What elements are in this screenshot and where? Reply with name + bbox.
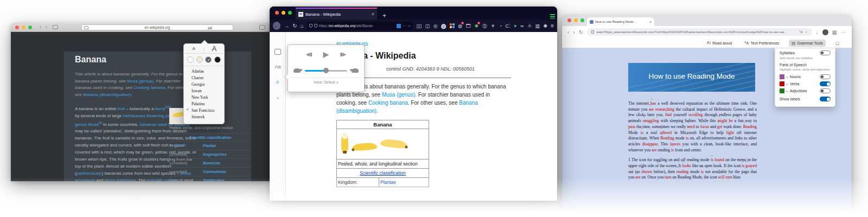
inline-link[interactable]: Cooking banana	[133, 85, 165, 90]
skip-forward-button[interactable]: ▮▶	[340, 52, 346, 57]
address-bar[interactable]: read://https_www.twelvemilliseconds.com/…	[587, 28, 812, 36]
text-preferences-button[interactable]: ᴬAText Preferences	[742, 40, 782, 47]
close-tab-icon[interactable]: ×	[649, 20, 652, 24]
type-controls-icon[interactable]: Aa	[273, 62, 282, 71]
increase-font-button[interactable]: A	[205, 44, 225, 53]
inline-link[interactable]: parthenocarp	[76, 171, 102, 176]
turtle-slow-icon[interactable]	[293, 68, 301, 73]
grammar-tools-button[interactable]: ▤Grammar Tools	[789, 40, 826, 47]
nouns-toggle[interactable]	[820, 74, 831, 79]
back-button[interactable]: ←	[273, 22, 280, 30]
person-icon[interactable]: ≗	[528, 23, 532, 29]
font-menu-item[interactable]: Iowan	[184, 87, 224, 94]
font-menu-item[interactable]: Palatino	[184, 100, 224, 107]
inline-link[interactable]: Banana (disambiguation)	[83, 92, 131, 97]
reference-link[interactable]: [3]	[99, 121, 102, 124]
reading-preferences-button[interactable]: ▢	[833, 40, 842, 47]
chevron-down-icon[interactable]: ∨	[786, 90, 788, 93]
bookmark-star-icon[interactable]: ☆	[805, 30, 807, 34]
adjectives-toggle[interactable]	[820, 88, 831, 93]
close-window-button[interactable]	[275, 11, 279, 15]
zoom-window-button[interactable]	[28, 25, 32, 29]
taxonomy-value-link[interactable]: Angiosperms	[203, 152, 226, 156]
chevron-down-icon[interactable]: ∨	[786, 82, 788, 86]
taxonomy-value-link[interactable]: Monocots	[203, 161, 220, 165]
menu-icon[interactable]: ≡	[551, 23, 554, 29]
more-menu-icon[interactable]: ⋯	[841, 29, 846, 35]
downloads-icon[interactable]: ↓	[816, 29, 819, 35]
forward-button[interactable]: ›	[46, 25, 47, 30]
page-actions-icon[interactable]: ⋯	[403, 24, 406, 28]
scientific-classification-link[interactable]: Scientific classification	[169, 133, 251, 142]
voice-selector[interactable]: Voice: Default ∨	[288, 78, 364, 85]
inline-link[interactable]: Banana	[459, 100, 477, 106]
inline-link[interactable]: genus Musa	[75, 122, 99, 126]
arrow-color-icon[interactable]: ▾	[514, 23, 516, 29]
slider-thumb[interactable]	[323, 68, 329, 73]
white-theme[interactable]	[187, 56, 194, 63]
font-menu-item[interactable]: Athelas	[184, 68, 224, 74]
dark-badge-icon[interactable]: ⓿	[441, 23, 446, 29]
safari-titlebar[interactable]: ‹ › en.wikipedia.org aA	[11, 23, 270, 32]
inline-link[interactable]: herbaceous	[123, 113, 146, 118]
inline-link[interactable]: (disambiguation)	[336, 108, 376, 114]
font-menu-item[interactable]: Charter	[184, 74, 224, 81]
show-labels-toggle[interactable]	[820, 97, 831, 101]
pocket-icon[interactable]: ⌄	[273, 93, 282, 101]
bookmark-star-icon[interactable]: ☆	[408, 24, 411, 28]
color-swatch[interactable]	[780, 74, 784, 79]
inline-link[interactable]: Musa balbisiana	[105, 178, 136, 181]
close-tab-icon[interactable]: ×	[372, 11, 374, 17]
colon-icon[interactable]: C⁚	[506, 23, 510, 29]
close-window-button[interactable]	[15, 25, 19, 29]
decrease-font-button[interactable]: A	[184, 44, 205, 53]
play-button[interactable]: ▶	[323, 50, 329, 59]
library-icon[interactable]: ▯▯	[416, 23, 422, 29]
tab-overview-icon[interactable]	[259, 25, 265, 30]
gear-icon[interactable]: ✱	[544, 23, 548, 29]
font-menu-item[interactable]: ✓San Francisco	[184, 107, 224, 113]
address-bar[interactable]: en.wikipedia.org aA	[81, 24, 233, 30]
inline-link[interactable]: Cooking banana	[368, 100, 408, 106]
new-tab-button[interactable]: +	[382, 12, 386, 20]
barcode-icon[interactable]: ▥	[535, 23, 540, 29]
page-edit-icon[interactable]: 🗔	[466, 23, 471, 29]
back-button[interactable]: ‹	[567, 29, 569, 35]
color-swatch[interactable]	[780, 81, 784, 86]
read-aloud-button[interactable]: A⦆Read aloud	[704, 39, 735, 47]
reader-view-icon[interactable]	[84, 26, 88, 29]
reload-button[interactable]: ↻	[292, 23, 297, 29]
inline-link[interactable]: fruit	[118, 106, 125, 111]
minimize-window-button[interactable]	[574, 18, 578, 22]
reload-button[interactable]: ↻	[579, 29, 583, 35]
b-ext-icon[interactable]: Ⓑ	[482, 23, 487, 29]
taxonomy-value-link[interactable]: Plantae	[379, 178, 429, 187]
black-theme[interactable]	[214, 56, 221, 63]
tracking-shield-icon[interactable]	[309, 24, 312, 28]
zoom-window-button[interactable]	[288, 11, 292, 15]
close-window-button[interactable]	[567, 18, 571, 22]
font-menu-item[interactable]: New York	[184, 94, 224, 100]
reader-appearance-button[interactable]: aA	[208, 26, 212, 30]
highlight-icon[interactable]	[397, 24, 401, 28]
sidebar-toggle-icon[interactable]	[53, 25, 58, 29]
minimize-window-button[interactable]	[22, 25, 25, 29]
scientific-classification-link[interactable]: Scientific classification	[337, 169, 429, 178]
active-tab[interactable]: How to use Reading Mode - ×	[587, 17, 654, 26]
sepia-theme[interactable]	[196, 56, 203, 63]
v-ext-icon[interactable]: ▼	[490, 23, 495, 29]
font-menu-item[interactable]: Seravek	[184, 113, 224, 120]
profile-avatar[interactable]	[822, 29, 828, 35]
tabs-icon[interactable]: ≂	[520, 23, 525, 29]
back-button[interactable]: ‹	[40, 25, 41, 30]
taxonomy-value-link[interactable]: Plantae	[203, 144, 216, 148]
ghost-icon[interactable]: ◔	[499, 23, 502, 29]
active-tab[interactable]: W Banana - Wikipedia ×	[296, 8, 377, 20]
narrate-icon[interactable]: ♬	[273, 78, 282, 86]
gray-theme[interactable]: ✓	[205, 56, 212, 63]
rabbit-fast-icon[interactable]	[352, 68, 359, 73]
coin-icon[interactable]: ◎	[433, 23, 438, 29]
skip-back-button[interactable]: ◀▮	[306, 52, 312, 57]
sidebar-icon[interactable]: ◫	[425, 23, 430, 29]
inline-link[interactable]: Musa (genus)	[127, 79, 154, 84]
